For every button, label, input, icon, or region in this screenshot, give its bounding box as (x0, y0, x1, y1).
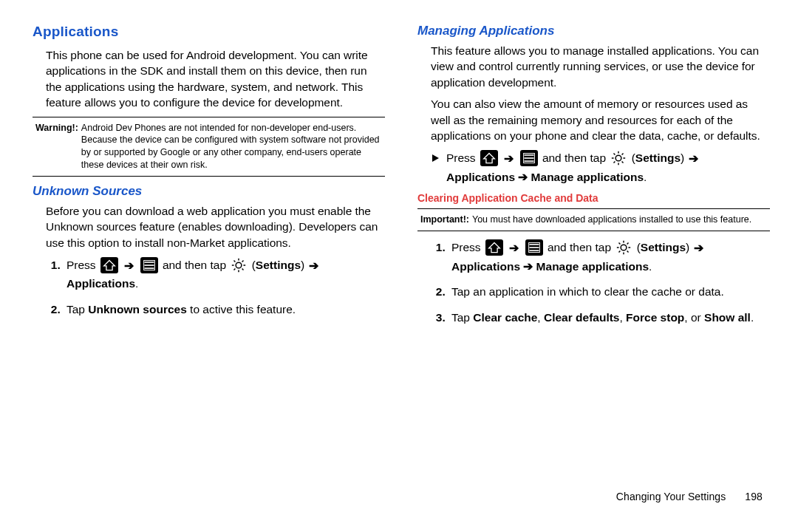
clear-step-2: Tap an application in which to clear the… (449, 283, 770, 301)
gear-icon (231, 257, 247, 273)
menu-icon (525, 239, 543, 256)
step1-applications: Applications (66, 277, 135, 290)
clearing-steps: Press ➔ and then tap (Settings) ➔ Applic… (431, 239, 770, 327)
svg-rect-1 (144, 262, 154, 263)
arrow-icon: ➔ (694, 242, 703, 254)
bullet-apps-path: Applications ➔ Manage applications (446, 171, 644, 183)
cs2-text: Tap an application in which to clear the… (451, 285, 724, 298)
managing-p2: You can also view the amount of memory o… (431, 96, 770, 143)
svg-rect-15 (529, 250, 539, 251)
arrow-icon: ➔ (504, 152, 514, 165)
bullet-press: Press (446, 151, 479, 164)
heading-clearing-cache: Clearing Application Cache and Data (417, 192, 770, 204)
svg-point-11 (616, 155, 622, 161)
cs3-c3: , or (684, 311, 704, 324)
important-label: Important!: (420, 214, 472, 226)
svg-rect-3 (144, 267, 154, 269)
heading-unknown-sources: Unknown Sources (33, 184, 385, 199)
cs1-period: . (649, 260, 652, 273)
important-box: Important!: You must have downloaded app… (417, 208, 770, 231)
cs1-press: Press (451, 241, 484, 253)
triangle-bullet-icon (432, 154, 439, 162)
cs1-apps-path: Applications ➔ Manage applications (451, 260, 649, 273)
important-body: You must have downloaded applications in… (472, 214, 767, 226)
managing-p1: This feature allows you to manage instal… (431, 43, 770, 90)
step1-press: Press (66, 259, 99, 271)
right-column: Managing Applications This feature allow… (417, 24, 770, 495)
arrow-icon: ➔ (309, 259, 318, 272)
svg-rect-2 (144, 265, 154, 266)
home-icon (485, 239, 503, 256)
unknown-sources-intro: Before you can download a web applicatio… (46, 203, 385, 250)
clear-step-3: Tap Clear cache, Clear defaults, Force s… (449, 309, 770, 327)
step-1: Press ➔ and then tap (Settings) ➔ Applic… (64, 256, 385, 293)
left-column: Applications This phone can be used for … (33, 24, 385, 495)
menu-icon (520, 150, 538, 166)
arrow-icon: ➔ (689, 152, 698, 165)
warning-body: Android Dev Phones are not intended for … (81, 122, 382, 172)
footer-page-number: 198 (745, 491, 763, 502)
heading-managing-applications: Managing Applications (417, 24, 770, 38)
bullet-settings: Settings (635, 151, 681, 164)
step1-close-paren: ) (301, 259, 307, 271)
warning-box: Warning!: Android Dev Phones are not int… (33, 117, 385, 177)
gear-icon (610, 150, 627, 166)
page-footer: Changing Your Settings 198 (616, 491, 763, 502)
manual-page: Applications This phone can be used for … (0, 0, 798, 510)
svg-point-17 (621, 245, 627, 250)
cs3-c2: , (619, 311, 626, 324)
step-2: Tap Unknown sources to active this featu… (64, 301, 385, 319)
step2-pre: Tap (66, 303, 88, 316)
svg-marker-6 (484, 154, 495, 163)
cs3-c1: , (537, 311, 544, 324)
cs3-b4: Show all (704, 311, 751, 324)
svg-rect-13 (529, 244, 539, 245)
step1-period: . (135, 277, 138, 290)
cs3-b2: Clear defaults (544, 311, 620, 324)
svg-rect-14 (529, 247, 539, 248)
heading-applications: Applications (33, 24, 385, 40)
step2-post: to active this feature. (187, 303, 296, 316)
cs1-close-paren: ) (686, 241, 692, 253)
cs3-b1: Clear cache (473, 311, 537, 324)
menu-icon (140, 257, 158, 273)
svg-rect-9 (524, 160, 533, 162)
step2-bold: Unknown sources (88, 303, 187, 316)
cs1-andthen: and then tap (548, 241, 615, 253)
bullet-andthen: and then tap (542, 151, 610, 164)
cs3-pre: Tap (451, 311, 473, 324)
arrow-icon: ➔ (124, 259, 134, 272)
bullet-period: . (644, 171, 647, 183)
footer-section: Changing Your Settings (616, 491, 726, 502)
svg-marker-12 (489, 243, 500, 253)
home-icon (480, 150, 498, 166)
home-icon (100, 257, 118, 273)
arrow-icon: ➔ (509, 242, 519, 254)
cs1-settings: Settings (641, 241, 686, 253)
cs3-period: . (751, 311, 754, 324)
step1-andthen: and then tap (163, 259, 230, 271)
svg-rect-7 (524, 154, 533, 156)
bullet-navigate: Press ➔ and then tap (Settings) ➔ Applic… (432, 149, 770, 186)
svg-marker-0 (104, 260, 115, 270)
bullet-close-paren: ) (681, 151, 687, 164)
cs3-b3: Force stop (626, 311, 684, 324)
applications-intro: This phone can be used for Android devel… (46, 47, 385, 111)
step1-settings: Settings (256, 259, 301, 271)
gear-icon (615, 239, 632, 256)
unknown-sources-steps: Press ➔ and then tap (Settings) ➔ Applic… (46, 256, 385, 319)
svg-point-5 (236, 262, 242, 268)
warning-label: Warning!: (35, 122, 81, 172)
clear-step-1: Press ➔ and then tap (Settings) ➔ Applic… (449, 239, 770, 276)
svg-rect-8 (524, 157, 533, 159)
